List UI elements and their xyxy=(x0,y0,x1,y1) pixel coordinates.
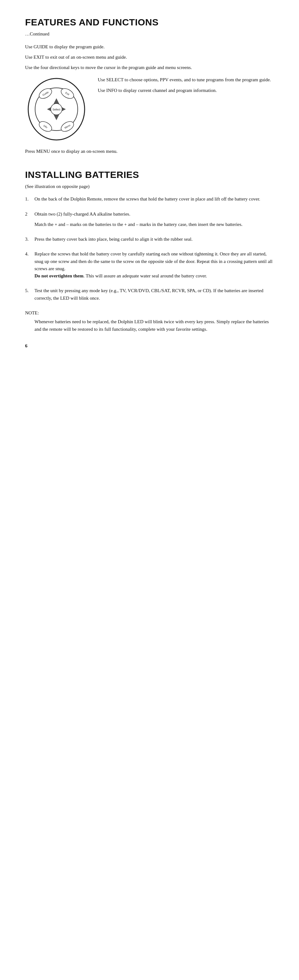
installing-title: INSTALLING BATTERIES xyxy=(25,167,274,182)
remote-diagram: Guide Exit Info Menu xyxy=(25,76,88,142)
list-item-2: 2 Obtain two (2) fully-charged AA alkali… xyxy=(25,210,274,232)
list-number-1: 1. xyxy=(25,196,35,203)
list-number-3: 3. xyxy=(25,235,35,243)
select-description: Use SELECT to choose options, PPV events… xyxy=(98,76,274,83)
list-item-4: 4. Replace the screws that hold the batt… xyxy=(25,250,274,283)
note-section: NOTE: Whenever batteries need to be repl… xyxy=(25,309,274,333)
list-text-2-sub: Match the + and – marks on the batteries… xyxy=(35,221,274,228)
features-section: FEATURES AND FUNCTIONS …Continued Use GU… xyxy=(25,15,274,155)
features-title: FEATURES AND FUNCTIONS xyxy=(25,15,274,29)
svg-text:Select: Select xyxy=(52,108,60,111)
installing-section: INSTALLING BATTERIES (See illustration o… xyxy=(25,167,274,333)
para-directional: Use the four directional keys to move th… xyxy=(25,64,274,71)
do-not-overtighten-bold: Do not overtighten them xyxy=(35,273,83,278)
remote-text: Use SELECT to choose options, PPV events… xyxy=(98,76,274,97)
list-text-2: Obtain two (2) fully-charged AA alkaline… xyxy=(35,210,274,218)
list-content-5: Test the unit by pressing any mode key (… xyxy=(35,287,274,305)
para-exit: Use EXIT to exit out of an on-screen men… xyxy=(25,54,274,61)
list-content-4: Replace the screws that hold the battery… xyxy=(35,250,274,283)
do-not-overtighten-suffix: . This will assure an adequate water sea… xyxy=(83,273,207,278)
list-number-5: 5. xyxy=(25,287,35,294)
installing-list: 1. On the back of the Dolphin Remote, re… xyxy=(25,196,274,305)
continued-label: …Continued xyxy=(25,30,274,38)
note-content: Whenever batteries need to be replaced, … xyxy=(25,318,274,333)
page: FEATURES AND FUNCTIONS …Continued Use GU… xyxy=(0,0,299,980)
page-number: 6 xyxy=(25,342,274,350)
list-content-1: On the back of the Dolphin Remote, remov… xyxy=(35,196,274,206)
list-content-3: Press the battery cover back into place,… xyxy=(35,235,274,246)
note-label: NOTE: xyxy=(25,309,274,317)
list-content-2: Obtain two (2) fully-charged AA alkaline… xyxy=(35,210,274,232)
remote-section: Guide Exit Info Menu xyxy=(25,76,274,142)
info-description: Use INFO to display current channel and … xyxy=(98,87,274,94)
list-item-1: 1. On the back of the Dolphin Remote, re… xyxy=(25,196,274,206)
list-number-4: 4. xyxy=(25,250,35,258)
press-menu-para: Press MENU once to display an on-screen … xyxy=(25,148,274,155)
list-text-4-main: Replace the screws that hold the battery… xyxy=(35,251,272,271)
installing-subtitle: (See illustration on opposite page) xyxy=(25,183,274,190)
note-text: Whenever batteries need to be replaced, … xyxy=(35,318,274,333)
list-item-3: 3. Press the battery cover back into pla… xyxy=(25,235,274,246)
list-text-4: Replace the screws that hold the battery… xyxy=(35,250,274,280)
remote-svg: Guide Exit Info Menu xyxy=(25,76,88,142)
list-text-3: Press the battery cover back into place,… xyxy=(35,235,274,243)
list-text-1: On the back of the Dolphin Remote, remov… xyxy=(35,196,274,203)
list-item-5: 5. Test the unit by pressing any mode ke… xyxy=(25,287,274,305)
list-number-2: 2 xyxy=(25,210,35,218)
para-guide: Use GUIDE to display the program guide. xyxy=(25,43,274,51)
list-text-5: Test the unit by pressing any mode key (… xyxy=(35,287,274,302)
